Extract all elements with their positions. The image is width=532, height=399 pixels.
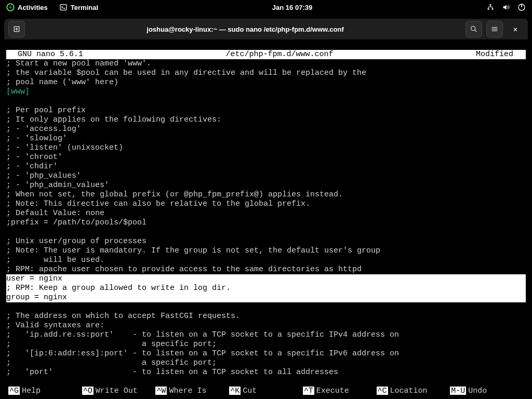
- shortcut-key: ^O: [82, 387, 94, 395]
- highlighted-line: user = nginx: [6, 274, 526, 284]
- clock[interactable]: Jan 16 07:39: [98, 4, 486, 11]
- code-line: ; a specific port;: [6, 358, 217, 367]
- code-line: ; - 'chroot': [6, 153, 62, 162]
- code-line: ;prefix = /path/to/pools/$pool: [6, 218, 147, 227]
- shortcut-key: ^K: [229, 387, 241, 395]
- shortcut-item: ^OWrite Out: [82, 387, 156, 395]
- code-line: ; Start a new pool named 'www'.: [6, 59, 151, 68]
- shortcut-item: ^WWhere Is: [155, 387, 229, 395]
- new-tab-button[interactable]: [8, 21, 25, 37]
- terminal-icon: [59, 3, 68, 11]
- svg-rect-4: [488, 8, 489, 10]
- code-line: ; the variable $pool can be used in any …: [6, 69, 366, 77]
- section-header: [www]: [6, 87, 30, 96]
- shortcut-label: Cut: [243, 387, 257, 395]
- shortcut-key: ^W: [155, 387, 167, 395]
- activities-label: Activities: [18, 4, 48, 11]
- volume-icon[interactable]: [502, 3, 510, 11]
- shortcut-label: Write Out: [96, 387, 138, 395]
- code-line: ; Note: This directive can also be relat…: [6, 200, 310, 208]
- terminal-menu-label: Terminal: [71, 4, 98, 11]
- highlighted-line: ; RPM: Keep a group allowed to write in …: [6, 284, 526, 293]
- code-line: ; a specific port;: [6, 340, 217, 349]
- distro-logo-icon: [6, 3, 15, 11]
- shortcut-item: ^TExecute: [303, 387, 377, 395]
- nano-app: GNU nano 5.6.1: [6, 50, 83, 59]
- shortcut-key: ^G: [8, 387, 20, 395]
- code-line: ; It only applies on the following direc…: [6, 115, 221, 124]
- close-button[interactable]: ✕: [507, 25, 524, 33]
- shortcut-label: Execute: [316, 387, 349, 395]
- window-title: joshua@rocky-linux:~ — sudo nano /etc/ph…: [29, 25, 461, 33]
- new-tab-icon: [12, 25, 21, 33]
- shortcut-key: M-U: [450, 387, 466, 395]
- gnome-topbar: Activities Terminal Jan 16 07:39: [0, 0, 532, 15]
- shortcut-item: ^KCut: [229, 387, 303, 395]
- activities-button[interactable]: Activities: [6, 3, 48, 11]
- code-line: ; Per pool prefix: [6, 106, 86, 115]
- svg-rect-2: [60, 5, 66, 10]
- code-line: ; 'port' - to listen on a TCP socket to …: [6, 368, 338, 377]
- svg-rect-5: [492, 8, 494, 10]
- nano-file: /etc/php-fpm.d/www.conf: [83, 50, 476, 59]
- shortcut-label: Undo: [468, 387, 487, 395]
- code-text: group = nginx: [6, 293, 67, 302]
- power-icon[interactable]: [517, 3, 526, 11]
- terminal-menu[interactable]: Terminal: [59, 3, 98, 11]
- svg-point-11: [471, 26, 475, 31]
- code-line: ; pool name ('www' here): [6, 78, 118, 87]
- shortcut-key: ^T: [303, 387, 314, 395]
- code-line: ; '[ip:6:addr:ess]:port' - to listen on …: [6, 349, 399, 358]
- code-line: ; - 'access.log': [6, 125, 81, 134]
- code-line: ; The address on which to accept FastCGI…: [6, 312, 240, 321]
- code-line: ; Default Value: none: [6, 209, 104, 218]
- code-line: ; Note: The user is mandatory. If the gr…: [6, 246, 380, 255]
- terminal-window: joshua@rocky-linux:~ — sudo nano /etc/ph…: [4, 19, 528, 395]
- nano-titlebar: GNU nano 5.6.1/etc/php-fpm.d/www.confMod…: [6, 50, 526, 59]
- search-button[interactable]: [466, 21, 482, 37]
- shortcut-label: Where Is: [169, 387, 206, 395]
- code-line: ; - 'slowlog': [6, 134, 67, 143]
- code-line: ; 'ip.add.re.ss:port' - to listen on a T…: [6, 330, 399, 339]
- code-line: ; - 'php_admin_values': [6, 181, 109, 190]
- svg-point-1: [9, 6, 11, 8]
- svg-line-12: [475, 30, 476, 32]
- network-icon[interactable]: [486, 3, 495, 11]
- shortcut-label: Help: [22, 387, 41, 395]
- shortcut-item: ^CLocation: [377, 387, 450, 395]
- hamburger-icon: [490, 25, 499, 33]
- shortcut-label: Location: [390, 387, 428, 395]
- code-line: ; When not set, the global prefix (or @p…: [6, 190, 343, 199]
- shortcut-key: ^C: [377, 387, 388, 395]
- close-icon: ✕: [513, 25, 517, 33]
- svg-rect-3: [490, 4, 491, 6]
- shortcut-item: ^GHelp: [8, 387, 82, 395]
- search-icon: [470, 25, 478, 33]
- nano-status: Modified: [476, 50, 526, 59]
- terminal-viewport[interactable]: GNU nano 5.6.1/etc/php-fpm.d/www.confMod…: [4, 39, 528, 395]
- code-line: ; RPM: apache user chosen to provide acc…: [6, 265, 362, 274]
- code-line: ; - 'php_values': [6, 171, 81, 180]
- menu-button[interactable]: [486, 21, 503, 37]
- code-line: ; Unix user/group of processes: [6, 237, 147, 246]
- highlighted-line: group = nginx: [6, 293, 526, 302]
- code-line: ; will be used.: [6, 256, 104, 264]
- code-line: ; - 'listen' (unixsocket): [6, 143, 123, 152]
- window-titlebar: joshua@rocky-linux:~ — sudo nano /etc/ph…: [4, 19, 528, 39]
- nano-shortcuts: ^GHelp^OWrite Out^WWhere Is^KCut^TExecut…: [6, 387, 526, 395]
- code-line: ; - 'chdir': [6, 162, 58, 171]
- cursor: [67, 293, 72, 302]
- shortcut-item: M-UUndo: [450, 387, 524, 395]
- code-line: ; Valid syntaxes are:: [6, 321, 104, 330]
